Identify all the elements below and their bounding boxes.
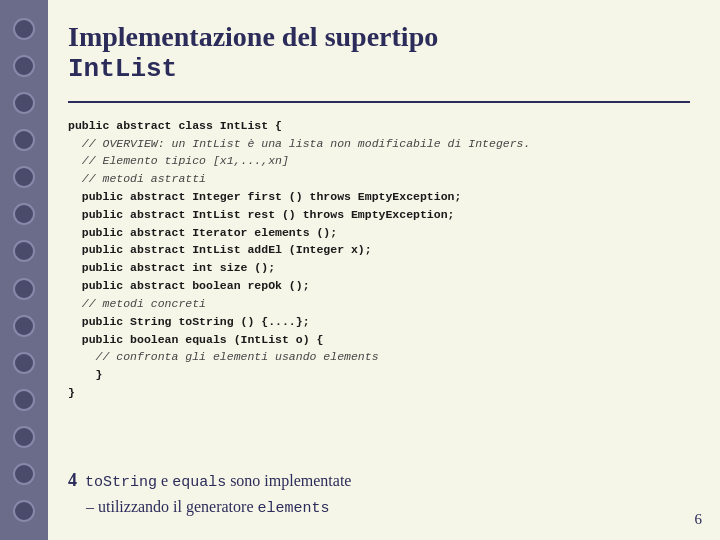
code-line-15: }: [68, 366, 690, 384]
tostring-label: toString: [85, 474, 157, 491]
conjunction: e: [157, 472, 172, 489]
spiral-hole: [13, 203, 35, 225]
code-line-2: // OVERVIEW: un IntList è una lista non …: [68, 135, 690, 153]
code-line-3: // Elemento tipico [x1,...,xn]: [68, 152, 690, 170]
spiral-hole: [13, 166, 35, 188]
code-line-9: public abstract int size ();: [68, 259, 690, 277]
code-line-5: public abstract Integer first () throws …: [68, 188, 690, 206]
bottom-line-1: 4 toString e equals sono implementate: [68, 472, 351, 489]
code-line-11: // metodi concreti: [68, 295, 690, 313]
divider: [68, 101, 690, 103]
spiral-hole: [13, 389, 35, 411]
spiral-hole: [13, 92, 35, 114]
code-line-14: // confronta gli elementi usando element…: [68, 348, 690, 366]
spiral-hole: [13, 18, 35, 40]
item-number: 4: [68, 470, 77, 490]
code-line-6: public abstract IntList rest () throws E…: [68, 206, 690, 224]
code-line-12: public String toString () {....};: [68, 313, 690, 331]
slide-subtitle-code: IntList: [68, 54, 690, 85]
slide-title: Implementazione del supertipo: [68, 20, 690, 54]
page-number: 6: [695, 511, 703, 528]
dash-text: –: [86, 498, 94, 515]
spiral-hole: [13, 278, 35, 300]
title-block: Implementazione del supertipo IntList: [68, 20, 690, 85]
slide: Implementazione del supertipo IntList pu…: [0, 0, 720, 540]
code-line-8: public abstract IntList addEl (Integer x…: [68, 241, 690, 259]
elements-label: elements: [257, 500, 329, 517]
spiral-hole: [13, 500, 35, 522]
bottom-text: 4 toString e equals sono implementate – …: [68, 467, 690, 520]
code-line-10: public abstract boolean repOk ();: [68, 277, 690, 295]
code-line-4: // metodi astratti: [68, 170, 690, 188]
spiral-binding: [0, 0, 48, 540]
spiral-hole: [13, 315, 35, 337]
code-line-13: public boolean equals (IntList o) {: [68, 331, 690, 349]
code-block: public abstract class IntList { // OVERV…: [68, 117, 690, 455]
code-line-1: public abstract class IntList {: [68, 117, 690, 135]
bottom-line-2: – utilizzando il generatore elements: [68, 495, 690, 521]
spiral-hole: [13, 55, 35, 77]
equals-label: equals: [172, 474, 226, 491]
spiral-hole: [13, 463, 35, 485]
main-content: Implementazione del supertipo IntList pu…: [48, 0, 720, 540]
code-line-16: }: [68, 384, 690, 402]
spiral-hole: [13, 426, 35, 448]
spiral-hole: [13, 352, 35, 374]
using-text: utilizzando il generatore: [98, 498, 257, 515]
spiral-hole: [13, 129, 35, 151]
spiral-hole: [13, 240, 35, 262]
suffix-text: sono implementate: [226, 472, 351, 489]
code-line-7: public abstract Iterator elements ();: [68, 224, 690, 242]
